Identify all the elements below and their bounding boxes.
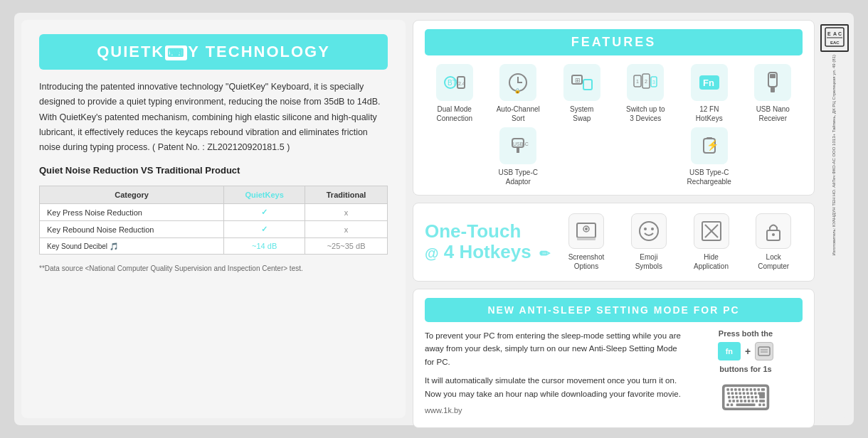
svg-text:ЕАС: ЕАС <box>830 41 840 45</box>
row3-category: Key Sound Decibel 🎵 <box>40 238 224 255</box>
fn-key-combo: fn + <box>718 342 773 360</box>
features-icons-row: BT2.4 Dual ModeConnection 🔒 Auto-Channel… <box>425 64 803 186</box>
svg-rect-18 <box>770 74 776 78</box>
press-both-text: Press both the <box>719 329 773 338</box>
feature-fn-hotkeys-label: 12 FNHotKeys <box>696 105 723 123</box>
screenshot-icon <box>568 213 604 249</box>
svg-text:A: A <box>833 31 837 36</box>
usb-typec-adaptor-icon: USB-C <box>499 127 536 164</box>
system-swap-icon: ⊞ <box>563 64 600 101</box>
table-row: Key Sound Decibel 🎵 ~14 dB ~25~35 dB <box>40 238 388 255</box>
hotkey-lock-label: LockComputer <box>758 252 789 271</box>
svg-text:2: 2 <box>645 79 647 84</box>
fn-key: fn <box>718 342 741 360</box>
antisleep-paragraph2: It will automatically simulate the curso… <box>425 374 682 400</box>
hotkey-screenshot: ScreenshotOptions <box>568 213 605 271</box>
usb-typec-rechargeable-icon: ⚡ <box>691 127 728 164</box>
feature-usb-typec-rechargeable: ⚡ USB Type-CRechargeable <box>681 127 738 186</box>
svg-text:2.4: 2.4 <box>458 81 465 86</box>
features-header: FEATURES <box>425 29 803 55</box>
emoji-icon <box>631 213 667 249</box>
svg-text:E: E <box>827 31 831 36</box>
plus-sign: + <box>745 346 751 357</box>
hotkey-emoji-label: EmojiSymbols <box>635 252 662 271</box>
quietkey-header: QUIETK⌨Y TECHNOLOGY <box>39 34 388 70</box>
comparison-table: Category QuietKeys Traditional Key Press… <box>39 186 388 255</box>
hotkeys-icons-row: ScreenshotOptions EmojiSymbols HideAppli… <box>557 213 803 271</box>
noise-section-title: Quiet Noise Reduction VS Traditional Pro… <box>39 165 388 176</box>
eac-badge: E A C ЕАС <box>820 24 849 52</box>
antisleep-text-area: To prevent your PC from entering the sle… <box>425 329 682 419</box>
hotkeys-section: One-Touch @ 4 Hotkeys ✏ ScreenshotOption… <box>413 203 815 282</box>
svg-text:⚡: ⚡ <box>706 139 719 151</box>
cert-column: E A C ЕАС Изготовитель: КУАНДУН ТЕН НО. … <box>822 20 847 418</box>
col-header-quietkeys: QuietKeys <box>224 186 305 204</box>
lock-computer-icon <box>756 213 791 249</box>
row1-traditional: x <box>305 204 388 221</box>
table-row: Key Rebound Noise Reduction ✓ x <box>40 221 388 238</box>
hotkey-screenshot-label: ScreenshotOptions <box>568 252 605 271</box>
svg-rect-19 <box>771 87 775 92</box>
svg-text:⊞: ⊞ <box>575 77 581 84</box>
brand-title: QUIETK⌨Y TECHNOLOGY <box>97 43 330 61</box>
feature-fn-hotkeys: Fn 12 FNHotKeys <box>681 64 738 123</box>
col-header-category: Category <box>40 186 224 204</box>
svg-point-31 <box>644 228 647 230</box>
antisleep-body: To prevent your PC from entering the sle… <box>425 329 803 419</box>
svg-rect-38 <box>758 347 770 356</box>
feature-3-devices-label: Switch up to3 Devices <box>626 105 665 123</box>
feature-auto-channel: 🔒 Auto-ChannelSort <box>489 64 546 123</box>
svg-rect-7 <box>583 80 592 90</box>
svg-point-32 <box>651 228 654 230</box>
svg-point-37 <box>772 233 775 236</box>
svg-text:1: 1 <box>636 79 639 84</box>
row2-traditional: x <box>305 221 388 238</box>
row1-category: Key Press Noise Reduction <box>40 204 224 221</box>
hotkeys-title-line2: @ 4 Hotkeys ✏ <box>425 241 550 263</box>
col-header-traditional: Traditional <box>305 186 388 204</box>
svg-text:Fn: Fn <box>703 78 714 88</box>
antisleep-paragraph1: To prevent your PC from entering the sle… <box>425 329 682 368</box>
hotkeys-title-area: One-Touch @ 4 Hotkeys ✏ <box>425 221 550 264</box>
svg-text:C: C <box>838 31 842 36</box>
svg-text:3: 3 <box>652 80 655 85</box>
svg-rect-27 <box>577 237 596 240</box>
svg-rect-21 <box>517 147 519 153</box>
hotkey-hide-app: HideApplication <box>694 213 729 271</box>
hotkey-hide-app-label: HideApplication <box>694 252 729 271</box>
cert-text: Изготовитель: КУАНДУН ТЕН НО. АйТеч ФКО-… <box>832 55 837 256</box>
feature-usb-nano: USB NanoReceiver <box>744 64 801 123</box>
svg-text:BT: BT <box>448 79 457 87</box>
feature-dual-mode: BT2.4 Dual ModeConnection <box>426 64 483 123</box>
antisleep-section: NEW ANTI-SLEEP SETTING MODE FOR PC To pr… <box>413 289 815 428</box>
hotkey-lock-computer: LockComputer <box>756 213 791 271</box>
right-panel: FEATURES BT2.4 Dual ModeConnection 🔒 Aut… <box>413 20 815 418</box>
feature-auto-channel-label: Auto-ChannelSort <box>497 105 540 123</box>
antisleep-illustration: Press both the fn + buttons for 1s ⌨ <box>689 329 803 419</box>
feature-system-swap-label: SystemSwap <box>570 105 593 123</box>
row2-category: Key Rebound Noise Reduction <box>40 221 224 238</box>
svg-point-30 <box>640 222 658 240</box>
svg-point-29 <box>585 228 588 230</box>
feature-usb-typec-rechargeable-label: USB Type-CRechargeable <box>687 168 731 186</box>
feature-3-devices: 123 Switch up to3 Devices <box>617 64 674 123</box>
hotkeys-title-line1: One-Touch <box>425 221 550 242</box>
sleep-key <box>755 342 773 360</box>
dual-mode-icon: BT2.4 <box>436 64 473 101</box>
antisleep-header: NEW ANTI-SLEEP SETTING MODE FOR PC <box>425 298 803 322</box>
svg-text:USB-C: USB-C <box>513 141 529 146</box>
description-text: Introducing the patented innovative tech… <box>39 80 388 155</box>
keyboard-large-icon: ⌨ <box>720 378 771 419</box>
usb-nano-icon <box>754 64 791 101</box>
hide-app-icon <box>694 213 729 249</box>
feature-dual-mode-label: Dual ModeConnection <box>436 105 472 123</box>
left-panel: QUIETK⌨Y TECHNOLOGY Introducing the pate… <box>21 20 406 418</box>
feature-usb-nano-label: USB NanoReceiver <box>756 105 790 123</box>
three-devices-icon: 123 <box>627 64 664 101</box>
row1-quietkeys: ✓ <box>224 204 305 221</box>
buttons-text: buttons for 1s <box>719 365 771 373</box>
antisleep-title: NEW ANTI-SLEEP SETTING MODE FOR PC <box>487 304 739 316</box>
auto-channel-icon: 🔒 <box>499 64 536 101</box>
product-card: QUIETK⌨Y TECHNOLOGY Introducing the pate… <box>14 13 854 425</box>
features-title: FEATURES <box>571 35 657 49</box>
